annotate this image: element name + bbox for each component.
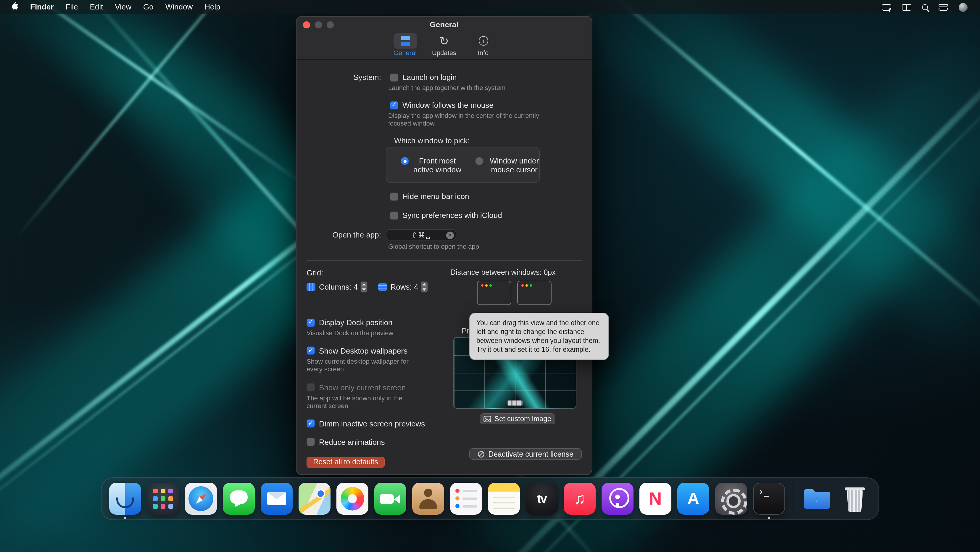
- minimize-button[interactable]: [315, 21, 322, 29]
- running-indicator: [124, 517, 126, 519]
- set-custom-image-button[interactable]: Set custom image: [480, 413, 555, 424]
- window-follows-mouse-hint: Display the app window in the center of …: [388, 112, 549, 127]
- close-button[interactable]: [303, 21, 310, 29]
- open-app-label: Open the app:: [296, 230, 381, 239]
- maps-icon: [299, 483, 331, 515]
- dock-item-photos[interactable]: [336, 483, 368, 515]
- under-cursor-option[interactable]: Window under mouse cursor: [475, 156, 541, 182]
- deactivate-icon: [477, 450, 485, 458]
- dock-item-launchpad[interactable]: [147, 483, 179, 515]
- dimm-inactive-checkbox[interactable]: [307, 420, 315, 428]
- under-cursor-radio[interactable]: [475, 157, 484, 165]
- columns-value: 4: [353, 282, 358, 291]
- launch-on-login-checkbox[interactable]: [390, 73, 398, 81]
- hide-menu-bar-icon-row[interactable]: Hide menu bar icon: [390, 192, 469, 201]
- dock-item-settings[interactable]: [715, 483, 747, 515]
- distance-preview-window-left[interactable]: [477, 281, 511, 305]
- general-icon: [399, 36, 411, 46]
- display-dock-checkbox[interactable]: [307, 318, 315, 327]
- display-dock-row[interactable]: Display Dock position: [307, 318, 453, 327]
- tab-info[interactable]: i Info: [468, 33, 499, 56]
- spotlight-search-icon[interactable]: [917, 0, 933, 14]
- shortcut-hint: Global shortcut to open the app: [388, 243, 549, 250]
- sync-icloud-row[interactable]: Sync preferences with iCloud: [390, 211, 502, 220]
- dock-item-facetime[interactable]: [374, 483, 406, 515]
- reduce-animations-checkbox[interactable]: [307, 438, 315, 446]
- menu-app-name[interactable]: Finder: [24, 0, 59, 14]
- dock-item-messages[interactable]: [223, 483, 255, 515]
- apple-menu[interactable]: [0, 2, 24, 13]
- dock-item-mail[interactable]: [261, 483, 293, 515]
- front-most-label: Front most active window: [412, 156, 462, 174]
- dock-item-appstore[interactable]: [677, 483, 709, 515]
- dock-item-podcasts[interactable]: [601, 483, 633, 515]
- menu-file[interactable]: File: [59, 0, 84, 14]
- dock-item-maps[interactable]: [299, 483, 331, 515]
- window-follows-mouse-checkbox[interactable]: [390, 101, 398, 109]
- display-icon[interactable]: [877, 0, 897, 14]
- distance-preview-window-right[interactable]: [517, 281, 552, 305]
- columns-icon: [307, 283, 315, 291]
- tv-icon: [526, 483, 558, 515]
- only-current-screen-hint: The app will be shown only in the curren…: [307, 394, 419, 410]
- dock-item-music[interactable]: [564, 483, 596, 515]
- deactivate-license-button[interactable]: Deactivate current license: [469, 448, 582, 459]
- mail-icon: [261, 483, 293, 515]
- reduce-animations-row[interactable]: Reduce animations: [307, 437, 453, 446]
- dock-item-safari[interactable]: [185, 483, 217, 515]
- control-center-icon[interactable]: [933, 0, 953, 14]
- apple-icon: [11, 2, 18, 13]
- window-title: General: [296, 17, 592, 33]
- tab-general-label: General: [393, 49, 417, 56]
- music-icon: [564, 483, 596, 515]
- dock-item-reminders[interactable]: [450, 483, 482, 515]
- dock-item-trash[interactable]: [839, 483, 871, 515]
- menu-view[interactable]: View: [109, 0, 137, 14]
- under-cursor-label: Window under mouse cursor: [487, 156, 541, 174]
- show-wallpapers-checkbox[interactable]: [307, 346, 315, 355]
- menu-window[interactable]: Window: [159, 0, 199, 14]
- show-wallpapers-label: Show Desktop wallpapers: [319, 346, 407, 355]
- only-current-screen-row: Show only current screen: [307, 383, 453, 392]
- dock-item-downloads[interactable]: [801, 483, 833, 515]
- photos-icon: [336, 483, 368, 515]
- menu-help[interactable]: Help: [199, 0, 226, 14]
- front-most-radio[interactable]: [401, 157, 409, 165]
- dock-item-news[interactable]: [640, 483, 671, 515]
- window-follows-mouse-row[interactable]: Window follows the mouse: [390, 101, 493, 110]
- columns-stepper[interactable]: [360, 281, 368, 293]
- dock-item-finder[interactable]: [109, 483, 141, 515]
- shortcut-clear-button[interactable]: ✕: [446, 231, 454, 239]
- tab-general[interactable]: General: [390, 33, 420, 56]
- zoom-button[interactable]: [327, 21, 334, 29]
- display-dock-label: Display Dock position: [319, 318, 393, 327]
- menu-edit[interactable]: Edit: [84, 0, 109, 14]
- dock-item-tv[interactable]: [526, 483, 558, 515]
- dimm-inactive-row[interactable]: Dimm inactive screen previews: [307, 419, 453, 428]
- show-wallpapers-row[interactable]: Show Desktop wallpapers: [307, 346, 453, 355]
- window-tiling-icon[interactable]: [897, 0, 917, 14]
- hide-menu-bar-icon-checkbox[interactable]: [390, 192, 398, 201]
- grid-label: Grid:: [307, 268, 453, 277]
- tab-updates[interactable]: ↻ Updates: [429, 33, 460, 56]
- front-most-option[interactable]: Front most active window: [401, 156, 462, 182]
- rows-label: Rows:: [391, 282, 412, 291]
- account-icon[interactable]: [953, 0, 973, 14]
- which-window-label: Which window to pick:: [394, 136, 592, 145]
- dock: [101, 477, 879, 520]
- dock-item-terminal[interactable]: [753, 483, 785, 515]
- tooltip-text: You can drag this view and the other one…: [476, 319, 600, 353]
- launch-on-login-row[interactable]: Launch on login: [390, 73, 457, 82]
- launch-on-login-hint: Launch the app together with the system: [388, 84, 549, 92]
- title-bar[interactable]: General: [296, 17, 592, 32]
- shortcut-recorder[interactable]: ⇧⌘␣ ✕: [386, 229, 456, 241]
- reset-defaults-button[interactable]: Reset all to defaults: [307, 456, 385, 467]
- sync-icloud-label: Sync preferences with iCloud: [402, 211, 502, 220]
- toolbar: General ↻ Updates i Info: [296, 32, 592, 60]
- dock-item-contacts[interactable]: [412, 483, 444, 515]
- rows-stepper[interactable]: [421, 281, 428, 293]
- sync-icloud-checkbox[interactable]: [390, 211, 398, 219]
- menu-go[interactable]: Go: [137, 0, 159, 14]
- dock-item-notes[interactable]: [488, 483, 520, 515]
- settings-icon: [715, 483, 747, 515]
